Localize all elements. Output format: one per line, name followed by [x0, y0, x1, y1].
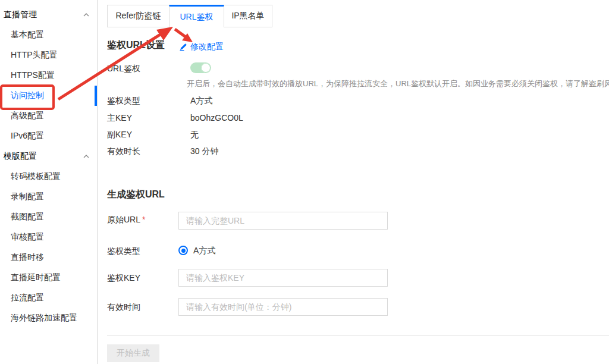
tab-label: URL鉴权 — [180, 12, 213, 23]
original-url-input[interactable] — [178, 212, 388, 230]
sidebar-item-label: 截图配置 — [11, 212, 44, 222]
gen-auth-type-label: 鉴权类型 — [107, 246, 140, 257]
url-auth-toggle[interactable] — [190, 62, 211, 73]
sidebar-item-label: 转码模板配置 — [11, 171, 61, 182]
chevron-up-icon — [83, 11, 90, 18]
sidebar-item-basic-config[interactable]: 基本配置 — [0, 25, 97, 45]
sidebar-item-screenshot-config[interactable]: 截图配置 — [0, 207, 97, 227]
edit-config-label: 修改配置 — [190, 42, 224, 52]
main-key-value: boOhzGCO0L — [190, 113, 243, 123]
tab-label: IP黑名单 — [231, 11, 264, 21]
url-auth-description: 开启后，会自动生成带时效的播放URL，为保障推拉流安全，URL鉴权默认开启。如因… — [187, 79, 609, 89]
auth-key-label: 鉴权KEY — [107, 273, 140, 284]
toggle-knob — [201, 63, 211, 73]
sidebar-group-live-management[interactable]: 直播管理 — [0, 5, 97, 25]
sidebar-item-label: 海外链路加速配置 — [11, 313, 77, 324]
sidebar-item-label: 拉流配置 — [11, 293, 44, 303]
tab-referer-antileech[interactable]: Refer防盗链 — [107, 5, 169, 27]
sidebar-item-label: 录制配置 — [11, 192, 44, 202]
sidebar-item-label: 高级配置 — [11, 111, 44, 121]
main-key-label: 主KEY — [107, 113, 132, 124]
sidebar-item-label: 审核配置 — [11, 232, 44, 243]
sidebar-item-label: 访问控制 — [11, 90, 44, 101]
auth-type-value: A方式 — [190, 96, 212, 106]
sidebar: 直播管理 基本配置 HTTP头配置 HTTPS配置 访问控制 高级配置 IPv6… — [0, 0, 98, 364]
edit-config-link[interactable]: 修改配置 — [179, 42, 224, 52]
backup-key-value: 无 — [190, 130, 199, 140]
generate-button[interactable]: 开始生成 — [107, 344, 159, 362]
tab-label: Refer防盗链 — [115, 11, 161, 21]
sidebar-item-label: IPv6配置 — [11, 131, 44, 142]
tab-ip-blacklist[interactable]: IP黑名单 — [224, 5, 272, 27]
original-url-label-text: 原始URL — [107, 215, 140, 224]
sidebar-item-label: 直播时移 — [11, 252, 44, 263]
sidebar-item-ipv6-config[interactable]: IPv6配置 — [0, 126, 97, 146]
sidebar-item-advanced-config[interactable]: 高级配置 — [0, 106, 97, 126]
auth-key-input[interactable] — [178, 269, 388, 287]
auth-url-settings-title: 鉴权URL设置 — [107, 39, 165, 52]
edit-pencil-icon — [179, 43, 187, 51]
sidebar-item-pull-stream-config[interactable]: 拉流配置 — [0, 288, 97, 308]
auth-type-option-label: A方式 — [193, 246, 215, 256]
sidebar-group-template-config[interactable]: 模版配置 — [0, 146, 97, 167]
generate-auth-url-title: 生成鉴权URL — [107, 189, 165, 201]
sidebar-item-time-shift[interactable]: 直播时移 — [0, 247, 97, 268]
required-asterisk: * — [142, 215, 145, 224]
sidebar-item-access-control[interactable]: 访问控制 — [0, 86, 97, 106]
sidebar-item-record-config[interactable]: 录制配置 — [0, 187, 97, 207]
sidebar-group-label: 直播管理 — [4, 10, 37, 20]
sidebar-item-label: HTTPS配置 — [11, 70, 55, 81]
sidebar-item-delay-config[interactable]: 直播延时配置 — [0, 268, 97, 288]
sidebar-group-label: 模版配置 — [4, 151, 37, 162]
sidebar-item-label: HTTP头配置 — [11, 50, 58, 61]
backup-key-label: 副KEY — [107, 130, 132, 140]
validity-duration-label: 有效时长 — [107, 146, 140, 157]
valid-time-label: 有效时间 — [107, 302, 140, 313]
console-page: 直播管理 基本配置 HTTP头配置 HTTPS配置 访问控制 高级配置 IPv6… — [0, 0, 609, 364]
sidebar-item-https-config[interactable]: HTTPS配置 — [0, 65, 97, 86]
url-auth-label: URL鉴权 — [107, 64, 140, 74]
annotation-arrow-to-edit-link — [175, 29, 193, 42]
validity-duration-value: 30 分钟 — [190, 146, 218, 157]
sidebar-item-review-config[interactable]: 审核配置 — [0, 227, 97, 247]
sidebar-active-indicator — [95, 86, 97, 106]
radio-dot — [181, 249, 186, 253]
sidebar-item-label: 基本配置 — [11, 30, 44, 40]
auth-type-radio[interactable] — [178, 246, 188, 255]
original-url-label: 原始URL* — [107, 215, 145, 225]
sidebar-item-label: 直播延时配置 — [11, 272, 61, 283]
sidebar-item-transcode-template[interactable]: 转码模板配置 — [0, 167, 97, 187]
valid-time-input[interactable] — [178, 298, 388, 316]
auth-type-label: 鉴权类型 — [107, 96, 140, 106]
footer-divider — [107, 335, 609, 335]
tab-url-auth[interactable]: URL鉴权 — [169, 5, 224, 27]
sidebar-item-overseas-acceleration[interactable]: 海外链路加速配置 — [0, 308, 97, 328]
tabbar: Refer防盗链 URL鉴权 IP黑名单 — [107, 5, 272, 27]
sidebar-item-http-header-config[interactable]: HTTP头配置 — [0, 45, 97, 65]
chevron-up-icon — [83, 153, 90, 160]
